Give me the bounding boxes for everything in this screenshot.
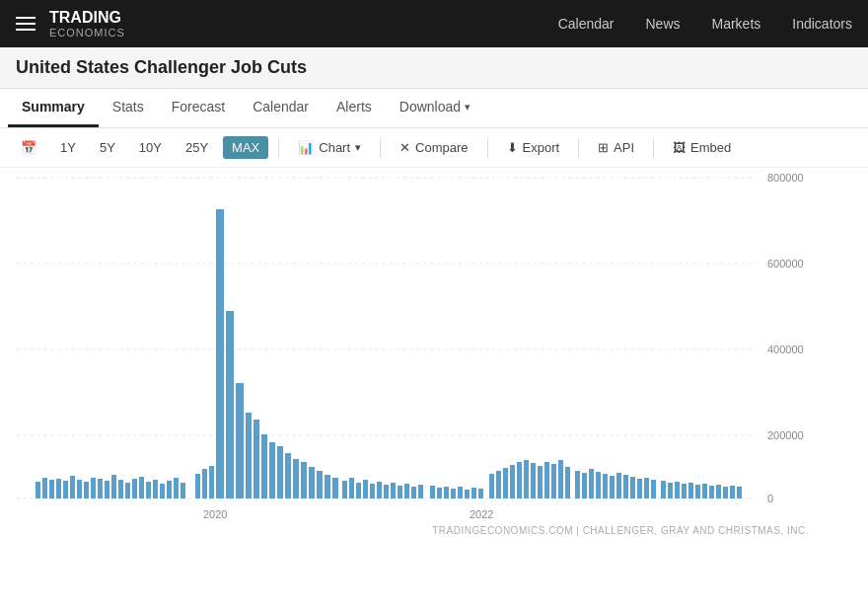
svg-rect-58 [384,485,389,498]
svg-rect-56 [370,484,375,498]
range-max[interactable]: MAX [223,136,268,159]
header: TRADING ECONOMICS Calendar News Markets … [0,0,868,47]
hamburger-menu[interactable] [16,17,36,31]
svg-rect-57 [377,482,382,498]
svg-rect-90 [616,473,621,498]
svg-rect-31 [167,481,172,498]
svg-rect-71 [478,489,483,498]
svg-rect-96 [661,481,666,498]
svg-rect-102 [702,484,707,498]
calendar-icon-btn[interactable]: 📅 [12,136,45,159]
svg-text:800000: 800000 [767,172,804,184]
svg-rect-16 [63,481,68,498]
svg-rect-12 [36,482,40,498]
svg-text:600000: 600000 [767,258,804,269]
svg-rect-75 [510,465,515,498]
svg-rect-49 [317,471,323,498]
svg-rect-98 [675,482,680,498]
chart-label: Chart [319,140,350,155]
svg-rect-87 [596,472,601,498]
api-label: API [614,140,634,155]
svg-rect-63 [418,485,423,498]
svg-rect-24 [118,480,123,498]
svg-rect-69 [465,490,470,498]
svg-rect-29 [153,480,158,498]
tab-summary[interactable]: Summary [8,89,99,127]
page-title-bar: United States Challenger Job Cuts [0,47,868,89]
tab-stats[interactable]: Stats [99,89,158,127]
svg-rect-72 [489,474,494,498]
svg-rect-104 [716,485,721,498]
svg-rect-76 [517,462,522,498]
embed-btn[interactable]: 🖼 Embed [664,136,740,159]
nav-markets[interactable]: Markets [712,16,761,32]
svg-rect-53 [349,478,354,498]
svg-rect-92 [630,477,635,498]
svg-rect-51 [332,478,338,498]
svg-rect-23 [111,475,116,498]
svg-rect-95 [651,480,656,498]
separator-4 [578,138,579,158]
svg-rect-106 [730,486,735,498]
svg-rect-80 [544,462,549,498]
nav-calendar[interactable]: Calendar [558,16,615,32]
embed-icon: 🖼 [673,140,686,155]
logo-economics: ECONOMICS [49,27,125,38]
range-5y[interactable]: 5Y [91,136,124,159]
svg-rect-61 [404,484,409,498]
svg-rect-107 [737,487,742,498]
tab-download[interactable]: Download [386,89,484,127]
svg-rect-82 [558,460,563,498]
svg-rect-13 [42,478,47,498]
nav-news[interactable]: News [645,16,680,32]
svg-rect-101 [695,485,700,498]
svg-rect-74 [503,468,508,498]
site-logo[interactable]: TRADING ECONOMICS [49,9,125,38]
range-1y[interactable]: 1Y [51,136,85,159]
svg-rect-65 [437,488,442,498]
svg-rect-43 [269,442,275,498]
svg-rect-18 [77,480,82,498]
compare-btn[interactable]: ✕ Compare [391,136,476,159]
svg-rect-64 [430,486,435,498]
svg-rect-48 [309,467,315,498]
svg-rect-22 [105,481,109,498]
svg-rect-21 [98,479,103,498]
svg-rect-85 [582,473,587,498]
svg-rect-73 [496,471,501,498]
svg-text:0: 0 [767,493,773,504]
svg-rect-33 [181,483,185,498]
tab-alerts[interactable]: Alerts [323,89,386,127]
embed-label: Embed [690,140,731,155]
chart-icon: 📊 [298,140,314,155]
svg-rect-19 [84,482,89,498]
separator-2 [380,138,381,158]
svg-rect-89 [610,476,615,498]
svg-rect-47 [301,462,307,498]
svg-rect-83 [565,467,570,498]
svg-rect-66 [444,487,449,498]
svg-rect-41 [253,420,259,498]
range-10y[interactable]: 10Y [130,136,171,159]
svg-rect-100 [688,483,693,498]
svg-rect-70 [471,488,476,498]
chart-toolbar: 📅 1Y 5Y 10Y 25Y MAX 📊 Chart ▾ ✕ Compare … [0,128,868,168]
svg-rect-77 [524,460,529,498]
export-btn[interactable]: ⬇ Export [498,136,569,159]
svg-rect-105 [723,487,728,498]
svg-rect-37 [216,209,224,498]
svg-rect-91 [623,475,628,498]
compare-label: Compare [415,140,468,155]
nav-indicators[interactable]: Indicators [792,16,852,32]
api-btn[interactable]: ⊞ API [589,136,643,159]
svg-rect-45 [285,453,291,498]
svg-rect-15 [56,479,61,498]
svg-rect-62 [411,487,416,498]
tab-calendar[interactable]: Calendar [239,89,323,127]
chart-btn[interactable]: 📊 Chart ▾ [289,136,370,159]
range-25y[interactable]: 25Y [177,136,217,159]
separator-3 [487,138,488,158]
svg-rect-55 [363,480,368,498]
export-icon: ⬇ [507,140,518,155]
tab-forecast[interactable]: Forecast [158,89,239,127]
